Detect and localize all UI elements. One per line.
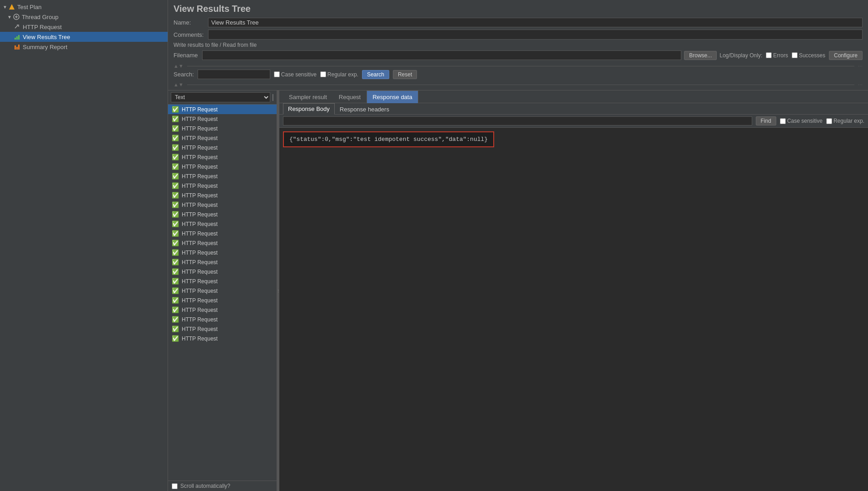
result-item[interactable]: ✅HTTP Request: [168, 238, 277, 248]
sidebar-item-label: View Results Tree: [23, 34, 70, 40]
result-item[interactable]: ✅HTTP Request: [168, 210, 277, 219]
case-sensitive-text: Case sensitive: [281, 71, 317, 78]
result-item[interactable]: ✅HTTP Request: [168, 200, 277, 210]
response-regular-exp-label[interactable]: Regular exp.: [826, 118, 864, 124]
result-item[interactable]: ✅HTTP Request: [168, 124, 277, 133]
result-item[interactable]: ✅HTTP Request: [168, 133, 277, 143]
result-item[interactable]: ✅HTTP Request: [168, 305, 277, 315]
response-panel: Sampler result Request Response data Res…: [279, 90, 868, 491]
result-item[interactable]: ✅HTTP Request: [168, 229, 277, 238]
green-shield-icon: ✅: [172, 249, 179, 256]
result-item-label: HTTP Request: [182, 316, 218, 323]
drag-handle[interactable]: ⋯: [858, 64, 863, 69]
result-item[interactable]: ✅HTTP Request: [168, 171, 277, 181]
successes-checkbox-label[interactable]: Successes: [792, 52, 825, 59]
comments-input[interactable]: [208, 30, 863, 40]
sidebar-item-http-request[interactable]: HTTP Request: [0, 22, 168, 32]
regular-exp-label[interactable]: Regular exp.: [320, 71, 358, 78]
arrow-icon: ▼: [3, 5, 7, 10]
sidebar-item-view-results-tree[interactable]: View Results Tree: [0, 32, 168, 42]
response-case-sensitive-text: Case sensitive: [787, 118, 823, 124]
case-sensitive-checkbox[interactable]: [274, 71, 280, 77]
configure-button[interactable]: Configure: [829, 51, 863, 60]
filename-input[interactable]: [202, 50, 681, 60]
result-item[interactable]: ✅HTTP Request: [168, 286, 277, 296]
result-item-label: HTTP Request: [182, 250, 218, 256]
format-select[interactable]: Text Regexp Tester CSS/JQuery Tester XPa…: [171, 92, 270, 102]
find-button[interactable]: Find: [756, 116, 776, 125]
view-results-tree-icon: [14, 33, 21, 40]
result-item-label: HTTP Request: [182, 230, 218, 237]
result-item[interactable]: ✅HTTP Request: [168, 114, 277, 124]
name-label: Name:: [174, 19, 205, 26]
result-item[interactable]: ✅HTTP Request: [168, 324, 277, 334]
name-input[interactable]: [208, 18, 863, 27]
arrow-icon: ▼: [7, 15, 12, 20]
green-shield-icon: ✅: [172, 192, 179, 199]
green-shield-icon: ✅: [172, 173, 179, 180]
result-item[interactable]: ✅HTTP Request: [168, 296, 277, 305]
result-item[interactable]: ✅HTTP Request: [168, 276, 277, 286]
response-case-sensitive-checkbox[interactable]: [780, 118, 786, 124]
result-item[interactable]: ✅HTTP Request: [168, 315, 277, 324]
response-regular-exp-text: Regular exp.: [833, 118, 864, 124]
search-button[interactable]: Search: [362, 70, 389, 79]
regular-exp-checkbox[interactable]: [320, 71, 326, 77]
log-display-label: Log/Display Only:: [719, 52, 762, 59]
sub-tab-response-body[interactable]: Response Body: [283, 103, 335, 115]
scroll-auto-checkbox[interactable]: [172, 483, 178, 489]
sidebar-item-test-plan[interactable]: ▼ Test Plan: [0, 2, 168, 12]
green-shield-icon: ✅: [172, 278, 179, 285]
tab-sampler-result[interactable]: Sampler result: [283, 90, 333, 103]
case-sensitive-label[interactable]: Case sensitive: [274, 71, 317, 78]
errors-label: Errors: [773, 52, 788, 59]
result-item[interactable]: ✅HTTP Request: [168, 143, 277, 152]
results-toolbar: Text Regexp Tester CSS/JQuery Tester XPa…: [168, 90, 277, 105]
result-item[interactable]: ✅HTTP Request: [168, 162, 277, 171]
find-input[interactable]: [283, 116, 752, 125]
browse-button[interactable]: Browse...: [684, 51, 717, 60]
response-regular-exp-checkbox[interactable]: [826, 118, 832, 124]
result-item[interactable]: ✅HTTP Request: [168, 219, 277, 229]
result-item-label: HTTP Request: [182, 145, 218, 151]
successes-checkbox[interactable]: [792, 52, 798, 58]
toolbar-separator: |: [272, 93, 274, 101]
sidebar-tree: ▼ Test Plan ▼ Thread Group HTTP Request: [0, 0, 168, 491]
tab-response-data[interactable]: Response data: [367, 90, 418, 103]
name-row: Name:: [174, 18, 863, 27]
result-item-label: HTTP Request: [182, 154, 218, 160]
sidebar-item-label: Summary Report: [23, 44, 67, 50]
result-item[interactable]: ✅HTTP Request: [168, 267, 277, 276]
result-item[interactable]: ✅HTTP Request: [168, 152, 277, 162]
result-item[interactable]: ✅HTTP Request: [168, 334, 277, 343]
http-request-icon: [14, 23, 21, 30]
divider-line: [187, 66, 854, 66]
tab-request[interactable]: Request: [333, 90, 367, 103]
search-input[interactable]: [198, 70, 270, 79]
sidebar-item-thread-group[interactable]: ▼ Thread Group: [0, 12, 168, 22]
test-plan-icon: [8, 3, 15, 10]
file-row: Filename Browse... Log/Display Only: Err…: [174, 50, 863, 60]
result-item[interactable]: ✅HTTP Request: [168, 105, 277, 114]
comments-row: Comments:: [174, 30, 863, 40]
result-item[interactable]: ✅HTTP Request: [168, 190, 277, 200]
result-item-label: HTTP Request: [182, 269, 218, 275]
sub-tab-response-headers[interactable]: Response headers: [335, 104, 394, 115]
result-item-label: HTTP Request: [182, 297, 218, 304]
regular-exp-text: Regular exp.: [327, 71, 358, 78]
reset-button[interactable]: Reset: [393, 70, 417, 79]
response-case-sensitive-label[interactable]: Case sensitive: [780, 118, 823, 124]
result-item-label: HTTP Request: [182, 135, 218, 141]
drag-handle-2[interactable]: ⋯: [858, 82, 863, 87]
result-item-label: HTTP Request: [182, 173, 218, 180]
sidebar-item-summary-report[interactable]: Summary Report: [0, 42, 168, 52]
green-shield-icon: ✅: [172, 211, 179, 218]
errors-checkbox[interactable]: [766, 52, 772, 58]
errors-checkbox-label[interactable]: Errors: [766, 52, 788, 59]
main-tabs-row: Sampler result Request Response data: [279, 90, 868, 103]
successes-label: Successes: [799, 52, 825, 59]
result-item[interactable]: ✅HTTP Request: [168, 181, 277, 190]
green-shield-icon: ✅: [172, 182, 179, 189]
result-item[interactable]: ✅HTTP Request: [168, 248, 277, 257]
result-item[interactable]: ✅HTTP Request: [168, 257, 277, 267]
